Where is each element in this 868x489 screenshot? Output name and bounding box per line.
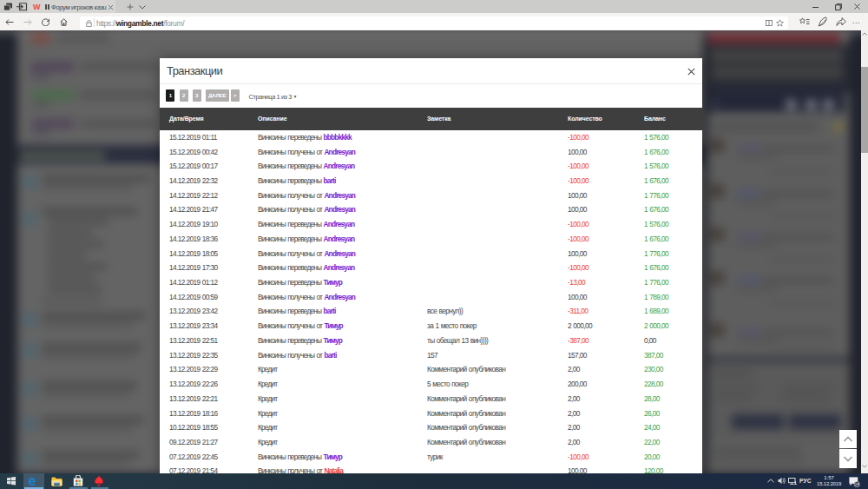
svg-text:18: 18 xyxy=(855,482,859,486)
